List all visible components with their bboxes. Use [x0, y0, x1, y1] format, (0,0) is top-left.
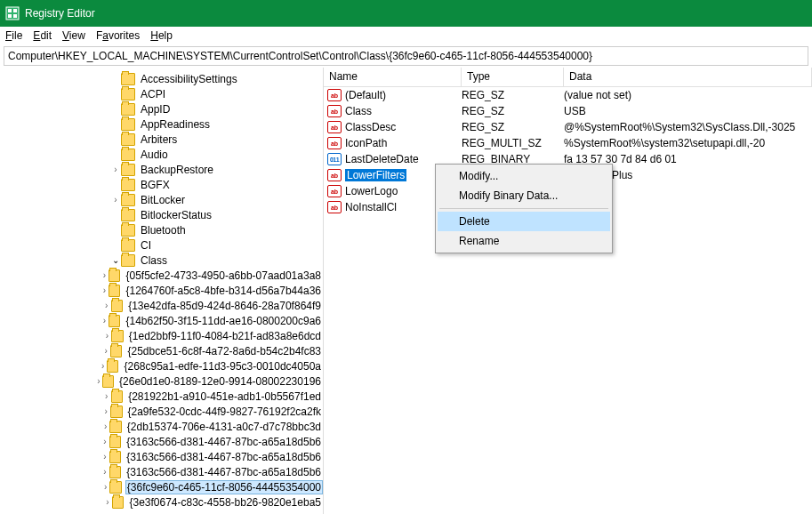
tree-item[interactable]: ›{281922b1-a910-451e-adb1-0b5567f1ed: [0, 389, 323, 404]
tree-item[interactable]: ⌄Class: [0, 253, 323, 268]
tree-pane[interactable]: AccessibilitySettingsACPIAppIDAppReadine…: [0, 68, 324, 514]
ctx-delete[interactable]: Delete: [438, 212, 610, 231]
tree-label: {3163c566-d381-4467-87bc-a65a18d5b6: [125, 436, 323, 448]
tree-item[interactable]: AccessibilitySettings: [0, 71, 323, 86]
tree-label: Audio: [139, 149, 170, 161]
tree-item[interactable]: ›{2a9fe532-0cdc-44f9-9827-76192f2ca2fk: [0, 404, 323, 419]
tree-item[interactable]: ›{1264760f-a5c8-4bfe-b314-d56a7b44a36: [0, 283, 323, 298]
tree-label: {1ed2bbf9-11f0-4084-b21f-ad83a8e6dcd: [127, 330, 323, 342]
chevron-right-icon[interactable]: ›: [110, 195, 121, 205]
list-row[interactable]: abIconPathREG_MULTI_SZ%SystemRoot%\syste…: [324, 135, 812, 151]
folder-icon: [111, 330, 124, 342]
tree-label: {3163c566-d381-4467-87bc-a65a18d5b6: [125, 466, 323, 478]
ctx-modify[interactable]: Modify...: [438, 166, 610, 186]
value-data: %SystemRoot%\system32\setupapi.dll,-20: [564, 137, 812, 149]
tree-label: AccessibilitySettings: [139, 73, 239, 85]
menu-help[interactable]: Help: [150, 29, 173, 42]
tree-item[interactable]: ACPI: [0, 86, 323, 101]
list-header: Name Type Data: [324, 68, 812, 87]
tree-item[interactable]: BitlockerStatus: [0, 207, 323, 222]
chevron-right-icon[interactable]: ›: [101, 422, 110, 431]
chevron-right-icon[interactable]: ›: [94, 376, 102, 386]
tree-label: BackupRestore: [139, 164, 215, 176]
folder-icon: [102, 375, 114, 388]
tree-label: {1264760f-a5c8-4bfe-b314-d56a7b44a36: [124, 285, 323, 297]
tree-item[interactable]: ›{25dbce51-6c8f-4a72-8a6d-b54c2b4fc83: [0, 343, 323, 358]
chevron-right-icon[interactable]: ›: [100, 452, 109, 462]
ctx-rename[interactable]: Rename: [438, 231, 610, 251]
col-header-type[interactable]: Type: [462, 68, 564, 86]
col-header-data[interactable]: Data: [564, 68, 812, 86]
tree-item[interactable]: AppID: [0, 101, 323, 116]
chevron-right-icon[interactable]: ›: [100, 437, 109, 446]
tree-item[interactable]: ›{3e3f0674-c83c-4558-bb26-9820e1eba5: [0, 494, 323, 510]
folder-icon: [121, 103, 135, 116]
address-bar[interactable]: Computer\HKEY_LOCAL_MACHINE\SYSTEM\Curre…: [4, 46, 808, 66]
chevron-right-icon[interactable]: ›: [101, 406, 110, 416]
tree-label: CI: [139, 239, 153, 252]
tree-item[interactable]: ›{1ed2bbf9-11f0-4084-b21f-ad83a8e6dcd: [0, 328, 323, 343]
folder-icon: [121, 164, 135, 176]
list-row[interactable]: abClassDescREG_SZ@%SystemRoot%\System32\…: [324, 119, 812, 135]
tree-item[interactable]: ›{268c95a1-edfe-11d3-95c3-0010dc4050a: [0, 358, 323, 373]
tree-item[interactable]: Bluetooth: [0, 222, 323, 237]
value-name: ClassDesc: [345, 121, 396, 133]
chevron-right-icon[interactable]: ›: [101, 482, 110, 492]
tree-item[interactable]: ›{14b62f50-3f15-11dd-ae16-0800200c9a6: [0, 313, 323, 328]
chevron-right-icon[interactable]: ›: [100, 467, 109, 477]
tree-item[interactable]: Audio: [0, 147, 323, 162]
tree-item[interactable]: ›BackupRestore: [0, 162, 323, 177]
list-row[interactable]: ab(Default)REG_SZ(value not set): [324, 87, 812, 103]
list-row[interactable]: abClassREG_SZUSB: [324, 103, 812, 119]
tree-item[interactable]: ›{05f5cfe2-4733-4950-a6bb-07aad01a3a8: [0, 268, 323, 283]
tree-item[interactable]: ›{3163c566-d381-4467-87bc-a65a18d5b6: [0, 449, 323, 464]
tree-item[interactable]: ›{13e42dfa-85d9-424d-8646-28a70f864f9: [0, 298, 323, 313]
tree-item[interactable]: ›BitLocker: [0, 192, 323, 207]
chevron-right-icon[interactable]: ›: [100, 316, 109, 325]
tree-label: {281922b1-a910-451e-adb1-0b5567f1ed: [126, 390, 323, 403]
chevron-right-icon[interactable]: ›: [103, 497, 112, 507]
folder-icon: [121, 88, 135, 100]
folder-icon: [112, 496, 125, 509]
tree-label: ACPI: [139, 88, 167, 100]
chevron-right-icon[interactable]: ›: [102, 391, 111, 401]
string-value-icon: ab: [327, 185, 342, 197]
menu-view[interactable]: View: [62, 29, 85, 42]
binary-value-icon: 011: [327, 153, 342, 165]
tree-item[interactable]: ›{2db15374-706e-4131-a0c7-d7c78bbc3d: [0, 419, 323, 434]
chevron-right-icon[interactable]: ›: [110, 165, 121, 174]
tree-item[interactable]: Arbiters: [0, 132, 323, 147]
folder-icon: [109, 315, 120, 327]
chevron-down-icon[interactable]: ⌄: [110, 255, 121, 265]
chevron-right-icon[interactable]: ›: [102, 301, 111, 310]
tree-item[interactable]: ›{26e0d1e0-8189-12e0-9914-08002230196: [0, 373, 323, 389]
chevron-right-icon[interactable]: ›: [100, 270, 109, 280]
tree-item[interactable]: AppReadiness: [0, 116, 323, 132]
col-header-name[interactable]: Name: [324, 68, 462, 86]
tree-item[interactable]: ›{3163c566-d381-4467-87bc-a65a18d5b6: [0, 434, 323, 449]
menu-favorites[interactable]: Favorites: [96, 29, 140, 42]
chevron-right-icon[interactable]: ›: [99, 361, 108, 371]
ctx-modify-binary[interactable]: Modify Binary Data...: [438, 186, 610, 205]
folder-icon: [111, 390, 123, 403]
tree-item[interactable]: CI: [0, 237, 323, 253]
list-pane[interactable]: Name Type Data ab(Default)REG_SZ(value n…: [324, 68, 812, 514]
menu-edit[interactable]: Edit: [33, 29, 52, 42]
value-name: NoInstallCl: [345, 201, 397, 213]
chevron-right-icon[interactable]: ›: [101, 346, 110, 356]
tree-item[interactable]: ›{36fc9e60-c465-11cf-8056-44455354000: [0, 479, 323, 494]
chevron-right-icon[interactable]: ›: [102, 331, 111, 341]
folder-icon: [109, 269, 120, 282]
tree-item[interactable]: BGFX: [0, 177, 323, 192]
tree-label: Arbiters: [139, 133, 179, 146]
menu-file[interactable]: File: [5, 29, 22, 42]
chevron-right-icon[interactable]: ›: [100, 285, 109, 295]
folder-icon: [121, 224, 135, 237]
context-menu: Modify... Modify Binary Data... Delete R…: [435, 164, 613, 253]
value-data: USB: [564, 105, 812, 117]
string-value-icon: ab: [327, 89, 342, 101]
tree-item[interactable]: ›{3163c566-d381-4467-87bc-a65a18d5b6: [0, 464, 323, 479]
folder-icon: [121, 179, 135, 191]
folder-icon: [109, 285, 120, 297]
tree-label: {2a9fe532-0cdc-44f9-9827-76192f2ca2fk: [126, 406, 324, 418]
